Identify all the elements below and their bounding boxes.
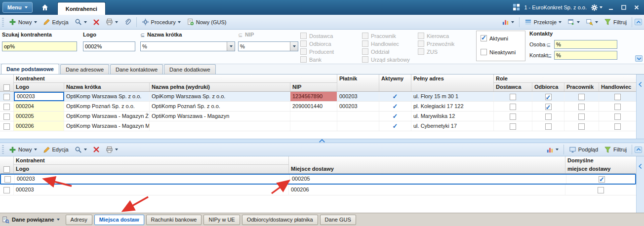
table-row[interactable]: 000203 000205 (0, 174, 636, 185)
delete-button[interactable] (90, 18, 102, 27)
column-header-domyslne-line1[interactable]: Domyślne (565, 156, 636, 165)
dostawca-checkbox[interactable] (510, 123, 516, 130)
odbiorca-checkbox[interactable] (545, 104, 552, 110)
tab-kontrahenci[interactable]: Kontrahenci (57, 2, 106, 15)
row-checkbox[interactable] (3, 113, 10, 120)
dostawca-checkbox[interactable] (510, 94, 516, 100)
column-header-odbiorca[interactable]: Odbiorca (532, 83, 564, 91)
chart-button[interactable] (544, 145, 561, 154)
maximize-button[interactable] (619, 3, 628, 11)
odbiorca-checkbox[interactable] (545, 94, 552, 100)
filter-checkbox-aktywni[interactable]: Aktywni (481, 35, 508, 41)
column-header-nazwa-krotka[interactable]: Nazwa krótka (64, 83, 150, 91)
close-button[interactable] (632, 3, 641, 11)
column-header-dostawca[interactable]: Dostawca (494, 83, 532, 91)
column-header-pelny-adres[interactable]: Pełny adres (411, 75, 494, 83)
nip-filter-combo[interactable]: % (238, 41, 298, 51)
dostawca-checkbox[interactable] (510, 113, 516, 120)
contact-filter-input[interactable] (554, 51, 617, 60)
search-button[interactable] (72, 145, 89, 154)
tab-dane-kontaktowe[interactable]: Dane kontaktowe (110, 64, 163, 74)
collapse-up-button[interactable] (635, 147, 642, 153)
short-name-filter-combo[interactable]: % (140, 41, 235, 51)
tab-nipy-w-ue[interactable]: NIPy w UE (203, 215, 240, 225)
home-icon[interactable] (40, 2, 50, 13)
row-checkbox[interactable] (3, 94, 10, 100)
tab-dane-adresowe[interactable]: Dane adresowe (60, 64, 109, 74)
attachment-button[interactable] (121, 17, 134, 27)
handlowiec-checkbox[interactable] (614, 113, 621, 120)
preview-button[interactable]: Podgląd (566, 145, 601, 154)
column-header-nip[interactable]: NIP (290, 83, 337, 91)
aktywny-checkbox[interactable] (392, 112, 399, 118)
grid2-side-collapse-strip[interactable] (636, 156, 644, 213)
new-button[interactable]: Nowy (6, 145, 40, 154)
table-row[interactable]: 000203 OptiKomp Warszawa Sp. z o.o. OpiK… (0, 92, 636, 102)
menu-button[interactable]: Menu (2, 2, 33, 13)
column-header-nazwa-pelna[interactable]: Nazwa pełna (wydruki) (150, 83, 290, 91)
aktywny-checkbox[interactable] (392, 121, 399, 128)
pracownik-checkbox[interactable] (578, 104, 585, 110)
column-header-handlowiec[interactable]: Handlowiec (599, 83, 636, 91)
row-checkbox[interactable] (3, 187, 10, 193)
row-checkbox[interactable] (3, 104, 10, 110)
handlowiec-checkbox[interactable] (614, 104, 621, 110)
filter-checkbox-nieaktywni[interactable]: Nieaktywni (481, 49, 516, 55)
handlowiec-checkbox[interactable] (614, 123, 621, 130)
aktywny-checkbox[interactable] (392, 102, 399, 109)
column-header-logo[interactable]: Logo (14, 165, 289, 173)
toolbar-grip[interactable] (2, 145, 4, 154)
print-button[interactable] (103, 145, 121, 154)
select-all-checkbox[interactable] (3, 166, 10, 173)
przekroje-button[interactable]: Przekroje (522, 17, 564, 27)
procedures-button[interactable]: Procedury (139, 17, 183, 27)
logo-filter-input[interactable] (83, 41, 135, 51)
edit-button[interactable]: Edycja (40, 17, 71, 27)
tab-dane-gus[interactable]: Dane GUS (320, 215, 356, 225)
edit-button[interactable]: Edycja (40, 145, 71, 154)
combo-dropdown-button[interactable] (227, 42, 235, 51)
tab-adresy[interactable]: Adresy (66, 215, 92, 225)
expand-down-button[interactable] (635, 55, 643, 62)
pracownik-checkbox[interactable] (578, 113, 585, 120)
collapse-up-button[interactable] (635, 19, 642, 25)
modules-grid-icon[interactable] (513, 3, 520, 12)
tab-miejsca-dostaw[interactable]: Miejsca dostaw (94, 215, 144, 225)
select-all-checkbox[interactable] (3, 84, 10, 91)
filter-button[interactable]: Filtruj (602, 145, 629, 154)
person-filter-input[interactable] (554, 40, 617, 49)
column-header-aktywny[interactable]: Aktywny (379, 75, 411, 83)
domyslne-checkbox[interactable] (599, 176, 605, 183)
minimize-button[interactable] (606, 3, 615, 11)
handlowiec-checkbox[interactable] (614, 94, 621, 100)
horizontal-splitter[interactable] (0, 139, 644, 143)
column-header-pracownik[interactable]: Pracownik (564, 83, 599, 91)
tab-dane-dodatkowe[interactable]: Dane dodatkowe (164, 64, 216, 74)
delete-button[interactable] (90, 145, 102, 154)
chart-button[interactable] (499, 17, 517, 27)
domyslne-checkbox[interactable] (598, 187, 604, 193)
dostawca-checkbox[interactable] (510, 104, 516, 110)
table-row[interactable]: 000204 OptiKomp Poznań Sp. z o.o. OptiKo… (0, 102, 636, 112)
table-row[interactable]: 000205 OptiKomp Warszawa - Magazyn Ż Opt… (0, 112, 636, 121)
table-row[interactable]: 000206 OptiKomp Warszawa - Magazyn M ul.… (0, 121, 636, 131)
column-header-domyslne-line2[interactable]: miejsce dostawy (565, 165, 636, 173)
related-data-menu[interactable]: Dane powiązane (2, 216, 64, 224)
pracownik-checkbox[interactable] (578, 94, 585, 100)
permissions-button[interactable] (583, 17, 601, 27)
filter-button[interactable]: Filtruj (602, 17, 629, 27)
pracownik-checkbox[interactable] (578, 123, 585, 130)
row-checkbox[interactable] (3, 123, 10, 130)
settings-button[interactable] (591, 4, 603, 11)
new-gus-button[interactable]: Nowy (GUS) (184, 17, 229, 27)
odbiorca-checkbox[interactable] (545, 113, 552, 120)
column-header-miejsce-dostawy[interactable]: Miejsce dostawy (289, 165, 565, 173)
new-button[interactable]: Nowy (6, 17, 40, 27)
tab-dane-podstawowe[interactable]: Dane podstawowe (1, 64, 59, 74)
column-header-platnik[interactable]: Płatnik (337, 75, 379, 83)
combo-dropdown-button[interactable] (290, 42, 298, 51)
export-button[interactable] (565, 17, 582, 27)
tab-rachunki-bankowe[interactable]: Rachunki bankowe (146, 215, 202, 225)
toolbar-grip[interactable] (2, 18, 4, 27)
odbiorca-checkbox[interactable] (545, 123, 552, 130)
